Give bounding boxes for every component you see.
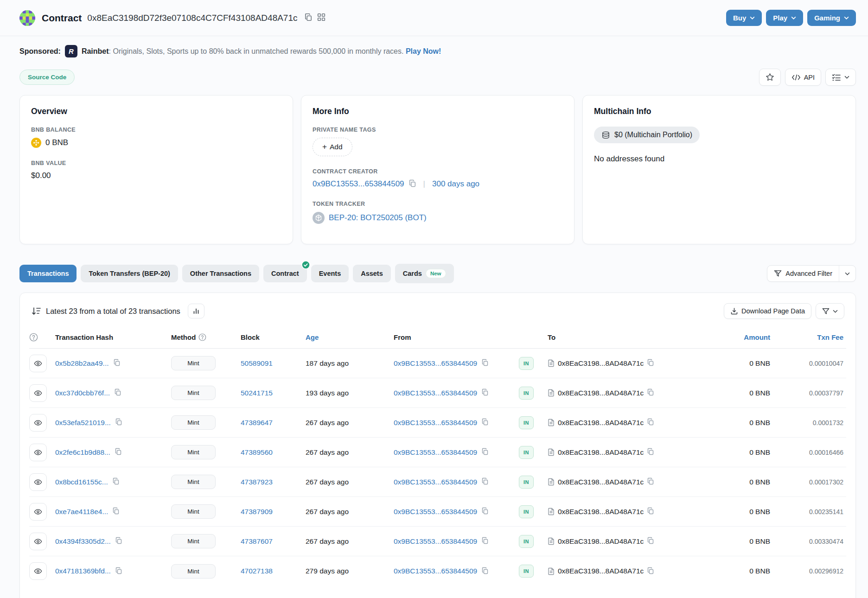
transactions-summary: Latest 23 from a total of 23 transaction… xyxy=(46,307,180,316)
copy-to-button[interactable] xyxy=(647,477,654,486)
play-button[interactable]: Play xyxy=(766,10,803,26)
preview-transaction-button[interactable] xyxy=(29,533,47,550)
preview-transaction-button[interactable] xyxy=(29,444,47,461)
copy-hash-button[interactable] xyxy=(112,507,120,516)
block-link[interactable]: 47027138 xyxy=(241,567,273,575)
tab-events[interactable]: Events xyxy=(311,265,349,282)
copy-to-button[interactable] xyxy=(647,567,654,576)
from-address-link[interactable]: 0x9BC13553...653844509 xyxy=(394,448,477,457)
preview-transaction-button[interactable] xyxy=(29,562,47,580)
block-link[interactable]: 50589091 xyxy=(241,359,273,367)
from-address-link[interactable]: 0x9BC13553...653844509 xyxy=(394,537,477,546)
from-address-link[interactable]: 0x9BC13553...653844509 xyxy=(394,359,477,368)
advanced-filter-dropdown[interactable] xyxy=(839,266,855,281)
tab-contract[interactable]: Contract xyxy=(263,265,307,282)
preview-transaction-button[interactable] xyxy=(29,384,47,402)
multichain-portfolio-button[interactable]: $0 (Multichain Portfolio) xyxy=(594,127,700,143)
from-address-link[interactable]: 0x9BC13553...653844509 xyxy=(394,508,477,516)
from-address-link[interactable]: 0x9BC13553...653844509 xyxy=(394,478,477,486)
play-now-link[interactable]: Play Now! xyxy=(406,47,441,55)
source-code-badge[interactable]: Source Code xyxy=(19,70,75,85)
verified-check-icon xyxy=(301,261,310,269)
filter-dropdown-button[interactable] xyxy=(816,303,844,319)
direction-badge: IN xyxy=(519,565,534,578)
creator-address-link[interactable]: 0x9BC13553...653844509 xyxy=(313,179,404,189)
preview-transaction-button[interactable] xyxy=(29,473,47,491)
txn-fee-cell: 0.00010047 xyxy=(777,360,846,367)
tab-assets[interactable]: Assets xyxy=(353,265,391,282)
preview-transaction-button[interactable] xyxy=(29,355,47,372)
preview-transaction-button[interactable] xyxy=(29,414,47,432)
chart-view-button[interactable] xyxy=(188,304,204,318)
bnb-value: $0.00 xyxy=(31,171,281,180)
download-page-data-button[interactable]: Download Page Data xyxy=(724,303,811,319)
copy-creator-button[interactable] xyxy=(408,179,416,189)
col-method: Method xyxy=(171,333,241,341)
from-address-link[interactable]: 0x9BC13553...653844509 xyxy=(394,567,477,575)
transaction-hash-link[interactable]: 0x47181369bfd... xyxy=(55,567,111,575)
copy-to-button[interactable] xyxy=(647,359,654,368)
copy-hash-button[interactable] xyxy=(112,477,120,486)
copy-hash-button[interactable] xyxy=(114,388,121,397)
transaction-hash-link[interactable]: 0x4394f3305d2... xyxy=(55,537,111,546)
copy-to-button[interactable] xyxy=(647,448,654,457)
help-icon[interactable] xyxy=(198,333,206,341)
advanced-filter-main[interactable]: Advanced Filter xyxy=(767,266,839,281)
tab-label: Assets xyxy=(361,270,383,277)
copy-to-button[interactable] xyxy=(647,418,654,427)
tab-token-transfers[interactable]: Token Transfers (BEP-20) xyxy=(81,265,178,282)
block-link[interactable]: 47389560 xyxy=(241,448,273,456)
transaction-hash-link[interactable]: 0x5b28b2aa49... xyxy=(55,359,109,368)
help-icon[interactable] xyxy=(29,333,38,342)
copy-from-button[interactable] xyxy=(481,477,489,486)
copy-to-button[interactable] xyxy=(647,507,654,516)
copy-from-button[interactable] xyxy=(481,537,489,546)
copy-hash-button[interactable] xyxy=(115,418,122,427)
copy-hash-button[interactable] xyxy=(115,567,122,576)
tab-other-transactions[interactable]: Other Transactions xyxy=(182,265,259,282)
favorite-button[interactable] xyxy=(759,69,781,86)
creation-age-link[interactable]: 300 days ago xyxy=(432,179,479,189)
copy-address-button[interactable] xyxy=(304,13,313,23)
block-link[interactable]: 47387909 xyxy=(241,508,273,515)
copy-from-button[interactable] xyxy=(481,567,489,576)
col-age-sort[interactable]: Age xyxy=(306,333,394,341)
transaction-hash-link[interactable]: 0x8bcd16155c... xyxy=(55,478,108,486)
transaction-hash-link[interactable]: 0xc37d0cbb76f... xyxy=(55,389,110,397)
col-amount-sort[interactable]: Amount xyxy=(683,333,777,341)
transaction-hash-link[interactable]: 0x2fe6c1b9d88... xyxy=(55,448,110,457)
from-address-link[interactable]: 0x9BC13553...653844509 xyxy=(394,389,477,397)
table-header: Transaction Hash Method Block Age From T… xyxy=(29,328,846,349)
copy-hash-button[interactable] xyxy=(115,537,122,546)
add-name-tag-button[interactable]: + Add xyxy=(313,138,352,156)
copy-hash-button[interactable] xyxy=(113,359,121,368)
copy-to-button[interactable] xyxy=(647,537,654,546)
copy-hash-button[interactable] xyxy=(115,448,122,457)
copy-from-button[interactable] xyxy=(481,388,489,397)
copy-icon xyxy=(647,388,654,396)
tab-transactions[interactable]: Transactions xyxy=(19,265,77,282)
token-tracker-link[interactable]: BEP-20: BOT250205 (BOT) xyxy=(329,213,427,223)
eye-icon xyxy=(34,568,42,574)
amount-cell: 0 BNB xyxy=(683,508,777,516)
copy-from-button[interactable] xyxy=(481,507,489,516)
api-button[interactable]: API xyxy=(785,69,821,86)
tab-cards[interactable]: Cards New xyxy=(395,264,454,283)
copy-to-button[interactable] xyxy=(647,388,654,397)
transaction-hash-link[interactable]: 0xe7ae4118e4... xyxy=(55,508,108,516)
more-options-button[interactable] xyxy=(825,69,856,86)
transaction-hash-link[interactable]: 0x53efa521019... xyxy=(55,419,111,427)
copy-from-button[interactable] xyxy=(481,448,489,457)
block-link[interactable]: 47389647 xyxy=(241,419,273,426)
col-txn-fee-sort[interactable]: Txn Fee xyxy=(777,333,846,341)
copy-from-button[interactable] xyxy=(481,418,489,427)
block-link[interactable]: 47387923 xyxy=(241,478,273,486)
from-address-link[interactable]: 0x9BC13553...653844509 xyxy=(394,419,477,427)
block-link[interactable]: 50241715 xyxy=(241,389,273,397)
block-link[interactable]: 47387607 xyxy=(241,537,273,545)
gaming-button[interactable]: Gaming xyxy=(807,10,856,26)
qr-code-button[interactable] xyxy=(317,13,326,23)
copy-from-button[interactable] xyxy=(481,359,489,368)
preview-transaction-button[interactable] xyxy=(29,503,47,521)
buy-button[interactable]: Buy xyxy=(726,10,762,26)
